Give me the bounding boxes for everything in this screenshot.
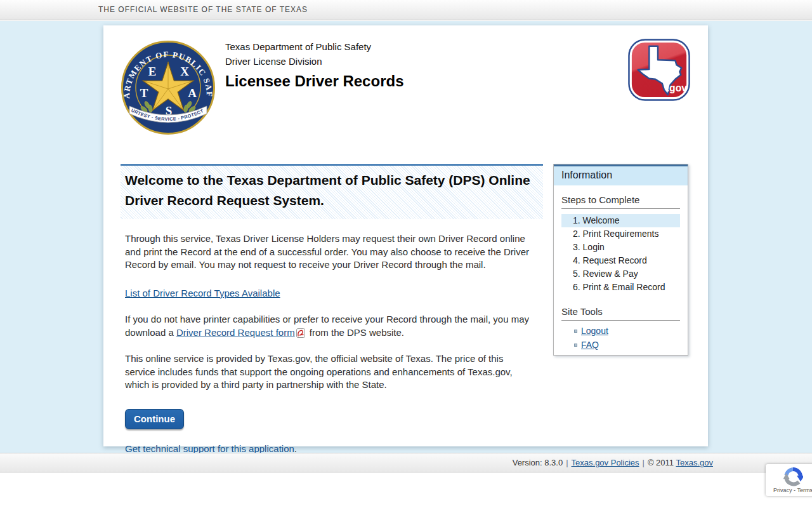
information-panel-title: Information	[554, 164, 688, 185]
service-notice-paragraph: This online service is provided by Texas…	[125, 352, 536, 392]
footer: Version: 8.3.0|Texas.gov Policies|© 2011…	[0, 453, 812, 472]
division-name: Driver License Division	[225, 54, 403, 69]
copyright-text: © 2011	[648, 458, 674, 467]
dps-seal-logo: DEPARTMENT OF PUBLIC SAFETY E X T A S	[121, 40, 216, 135]
steps-heading: Steps to Complete	[561, 194, 680, 209]
site-tools-heading: Site Tools	[561, 306, 680, 321]
steps-list: 1. Welcome 2. Print Requirements 3. Logi…	[561, 214, 680, 294]
site-tools-section: Site Tools Logout FAQ	[561, 306, 680, 350]
seal-letter-e: E	[148, 65, 157, 78]
logout-link[interactable]: Logout	[581, 326, 608, 336]
information-panel: Information Steps to Complete 1. Welcome…	[553, 164, 688, 356]
square-bullet-icon	[574, 330, 577, 333]
mail-option-text-after: from the DPS website.	[307, 327, 404, 338]
footer-separator: |	[643, 458, 645, 467]
seal-letter-x: X	[180, 65, 189, 78]
mail-option-paragraph: If you do not have printer capabilities …	[125, 313, 536, 339]
agency-name: Texas Department of Public Safety	[225, 39, 403, 54]
recaptcha-icon	[783, 467, 803, 487]
pdf-icon	[296, 328, 305, 338]
masthead: Texas Department of Public Safety Driver…	[225, 39, 403, 91]
texas-gov-label: .gov	[667, 83, 688, 93]
driver-record-request-form-link[interactable]: Driver Record Request form	[176, 327, 295, 338]
recaptcha-privacy-terms[interactable]: Privacy - Terms	[766, 487, 812, 493]
texas-gov-logo[interactable]: .gov	[628, 39, 690, 101]
step-print-requirements: 2. Print Requirements	[561, 227, 680, 241]
steps-section: Steps to Complete 1. Welcome 2. Print Re…	[561, 194, 680, 294]
continue-button[interactable]: Continue	[125, 409, 184, 429]
square-bullet-icon	[574, 344, 577, 347]
texas-gov-footer-link[interactable]: Texas.gov	[676, 458, 713, 467]
policies-link[interactable]: Texas.gov Policies	[572, 458, 639, 467]
technical-support-link[interactable]: Get technical support for this applicati…	[125, 443, 294, 454]
site-tools-list: Logout FAQ	[561, 326, 680, 350]
faq-link[interactable]: FAQ	[581, 340, 599, 350]
record-types-link[interactable]: List of Driver Record Types Available	[125, 288, 280, 298]
official-state-banner: THE OFFICIAL WEBSITE OF THE STATE OF TEX…	[0, 0, 812, 20]
step-review-pay: 5. Review & Pay	[561, 267, 680, 281]
step-welcome: 1. Welcome	[561, 214, 680, 227]
intro-paragraph: Through this service, Texas Driver Licen…	[125, 232, 536, 272]
recaptcha-badge[interactable]: Privacy - Terms	[766, 464, 812, 496]
main-content-card: DEPARTMENT OF PUBLIC SAFETY E X T A S	[103, 25, 708, 446]
site-tools-item: FAQ	[581, 340, 680, 350]
version-label: Version: 8.3.0	[513, 458, 563, 467]
footer-separator: |	[566, 458, 568, 467]
seal-letter-t: T	[140, 86, 148, 100]
welcome-heading: Welcome to the Texas Department of Publi…	[121, 164, 543, 219]
seal-letter-a: A	[188, 86, 197, 100]
page-title: Licensee Driver Records	[225, 72, 403, 91]
site-tools-item: Logout	[581, 326, 680, 336]
welcome-content: Welcome to the Texas Department of Publi…	[121, 164, 543, 455]
step-login: 3. Login	[561, 241, 680, 254]
support-line-suffix: .	[294, 443, 297, 454]
step-request-record: 4. Request Record	[561, 254, 680, 267]
step-print-email-record: 6. Print & Email Record	[561, 281, 680, 294]
official-state-banner-text: THE OFFICIAL WEBSITE OF THE STATE OF TEX…	[98, 0, 308, 20]
